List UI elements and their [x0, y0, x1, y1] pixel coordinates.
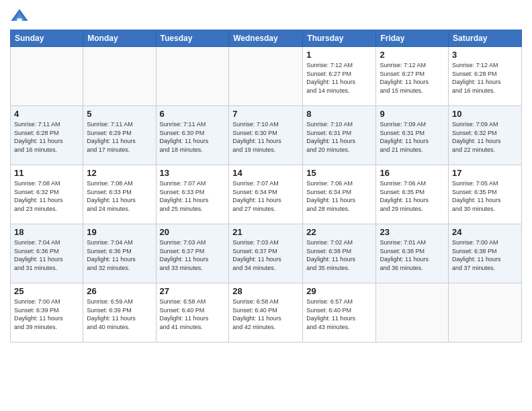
day-number: 17 — [452, 168, 518, 178]
day-number: 24 — [452, 227, 518, 237]
calendar-cell — [229, 47, 303, 106]
calendar-cell: 8Sunrise: 7:10 AM Sunset: 6:31 PM Daylig… — [303, 106, 376, 165]
day-info: Sunrise: 7:03 AM Sunset: 6:37 PM Dayligh… — [160, 238, 226, 272]
calendar-cell: 15Sunrise: 7:06 AM Sunset: 6:34 PM Dayli… — [303, 165, 376, 224]
day-info: Sunrise: 7:06 AM Sunset: 6:35 PM Dayligh… — [380, 179, 445, 213]
calendar-cell — [156, 47, 229, 106]
calendar-cell: 11Sunrise: 7:08 AM Sunset: 6:32 PM Dayli… — [11, 165, 83, 224]
calendar-cell: 20Sunrise: 7:03 AM Sunset: 6:37 PM Dayli… — [156, 224, 229, 283]
day-info: Sunrise: 7:11 AM Sunset: 6:30 PM Dayligh… — [160, 120, 226, 154]
day-number: 2 — [380, 50, 445, 60]
calendar-cell: 16Sunrise: 7:06 AM Sunset: 6:35 PM Dayli… — [376, 165, 449, 224]
day-info: Sunrise: 7:07 AM Sunset: 6:34 PM Dayligh… — [232, 179, 299, 213]
header-friday: Friday — [376, 30, 449, 47]
calendar-table: Sunday Monday Tuesday Wednesday Thursday… — [10, 30, 522, 342]
day-info: Sunrise: 7:12 AM Sunset: 6:28 PM Dayligh… — [452, 61, 518, 95]
calendar-cell — [449, 283, 522, 342]
calendar-cell: 24Sunrise: 7:00 AM Sunset: 6:38 PM Dayli… — [449, 224, 522, 283]
day-info: Sunrise: 6:58 AM Sunset: 6:40 PM Dayligh… — [160, 298, 226, 331]
day-number: 25 — [14, 286, 79, 296]
day-info: Sunrise: 7:12 AM Sunset: 6:27 PM Dayligh… — [306, 61, 372, 95]
calendar-cell: 13Sunrise: 7:07 AM Sunset: 6:33 PM Dayli… — [156, 165, 229, 224]
calendar-cell: 12Sunrise: 7:08 AM Sunset: 6:33 PM Dayli… — [83, 165, 156, 224]
calendar-cell: 5Sunrise: 7:11 AM Sunset: 6:29 PM Daylig… — [83, 106, 156, 165]
day-info: Sunrise: 7:02 AM Sunset: 6:38 PM Dayligh… — [306, 238, 372, 272]
day-info: Sunrise: 7:10 AM Sunset: 6:30 PM Dayligh… — [232, 120, 299, 154]
calendar-cell: 19Sunrise: 7:04 AM Sunset: 6:36 PM Dayli… — [83, 224, 156, 283]
day-info: Sunrise: 7:00 AM Sunset: 6:38 PM Dayligh… — [452, 238, 518, 272]
calendar-cell: 4Sunrise: 7:11 AM Sunset: 6:28 PM Daylig… — [11, 106, 83, 165]
day-number: 26 — [87, 286, 152, 296]
calendar-cell: 17Sunrise: 7:05 AM Sunset: 6:35 PM Dayli… — [449, 165, 522, 224]
day-info: Sunrise: 7:07 AM Sunset: 6:33 PM Dayligh… — [160, 179, 226, 213]
calendar-cell: 22Sunrise: 7:02 AM Sunset: 6:38 PM Dayli… — [303, 224, 376, 283]
day-number: 20 — [160, 227, 226, 237]
day-number: 14 — [232, 168, 299, 178]
day-info: Sunrise: 7:11 AM Sunset: 6:28 PM Dayligh… — [14, 120, 79, 154]
calendar-cell — [11, 47, 83, 106]
day-info: Sunrise: 6:58 AM Sunset: 6:40 PM Dayligh… — [232, 298, 299, 331]
day-number: 27 — [160, 286, 226, 296]
day-number: 8 — [306, 109, 372, 119]
header-thursday: Thursday — [303, 30, 376, 47]
day-number: 18 — [14, 227, 79, 237]
day-number: 12 — [87, 168, 152, 178]
day-info: Sunrise: 7:04 AM Sunset: 6:36 PM Dayligh… — [14, 238, 79, 272]
calendar-cell: 6Sunrise: 7:11 AM Sunset: 6:30 PM Daylig… — [156, 106, 229, 165]
day-number: 15 — [306, 168, 372, 178]
logo-icon — [10, 7, 29, 26]
day-info: Sunrise: 7:08 AM Sunset: 6:33 PM Dayligh… — [87, 179, 152, 213]
header-saturday: Saturday — [449, 30, 522, 47]
week-row-4: 18Sunrise: 7:04 AM Sunset: 6:36 PM Dayli… — [11, 224, 522, 283]
day-info: Sunrise: 7:12 AM Sunset: 6:27 PM Dayligh… — [380, 61, 445, 95]
day-info: Sunrise: 7:09 AM Sunset: 6:31 PM Dayligh… — [380, 120, 445, 154]
day-number: 4 — [14, 109, 79, 119]
logo — [10, 7, 32, 26]
calendar-cell — [376, 283, 449, 342]
header-wednesday: Wednesday — [229, 30, 303, 47]
day-info: Sunrise: 6:59 AM Sunset: 6:39 PM Dayligh… — [87, 298, 152, 331]
calendar-cell: 23Sunrise: 7:01 AM Sunset: 6:38 PM Dayli… — [376, 224, 449, 283]
calendar-cell: 3Sunrise: 7:12 AM Sunset: 6:28 PM Daylig… — [449, 47, 522, 106]
day-number: 6 — [160, 109, 226, 119]
day-info: Sunrise: 7:08 AM Sunset: 6:32 PM Dayligh… — [14, 179, 79, 213]
calendar-cell — [83, 47, 156, 106]
day-info: Sunrise: 7:11 AM Sunset: 6:29 PM Dayligh… — [87, 120, 152, 154]
day-info: Sunrise: 7:06 AM Sunset: 6:34 PM Dayligh… — [306, 179, 372, 213]
days-header-row: Sunday Monday Tuesday Wednesday Thursday… — [11, 30, 522, 47]
day-number: 29 — [306, 286, 372, 296]
week-row-1: 1Sunrise: 7:12 AM Sunset: 6:27 PM Daylig… — [11, 47, 522, 106]
day-number: 22 — [306, 227, 372, 237]
day-number: 28 — [232, 286, 299, 296]
day-number: 10 — [452, 109, 518, 119]
calendar-cell: 21Sunrise: 7:03 AM Sunset: 6:37 PM Dayli… — [229, 224, 303, 283]
calendar-cell: 14Sunrise: 7:07 AM Sunset: 6:34 PM Dayli… — [229, 165, 303, 224]
day-info: Sunrise: 6:57 AM Sunset: 6:40 PM Dayligh… — [306, 298, 372, 331]
day-info: Sunrise: 7:03 AM Sunset: 6:37 PM Dayligh… — [232, 238, 299, 272]
calendar-cell: 18Sunrise: 7:04 AM Sunset: 6:36 PM Dayli… — [11, 224, 83, 283]
day-info: Sunrise: 7:09 AM Sunset: 6:32 PM Dayligh… — [452, 120, 518, 154]
calendar-cell: 1Sunrise: 7:12 AM Sunset: 6:27 PM Daylig… — [303, 47, 376, 106]
week-row-5: 25Sunrise: 7:00 AM Sunset: 6:39 PM Dayli… — [11, 283, 522, 342]
calendar-cell: 28Sunrise: 6:58 AM Sunset: 6:40 PM Dayli… — [229, 283, 303, 342]
day-number: 23 — [380, 227, 445, 237]
day-info: Sunrise: 7:10 AM Sunset: 6:31 PM Dayligh… — [306, 120, 372, 154]
day-number: 11 — [14, 168, 79, 178]
header-sunday: Sunday — [11, 30, 83, 47]
svg-rect-3 — [17, 19, 22, 23]
header-monday: Monday — [83, 30, 156, 47]
calendar-cell: 7Sunrise: 7:10 AM Sunset: 6:30 PM Daylig… — [229, 106, 303, 165]
calendar-cell: 25Sunrise: 7:00 AM Sunset: 6:39 PM Dayli… — [11, 283, 83, 342]
calendar-cell: 29Sunrise: 6:57 AM Sunset: 6:40 PM Dayli… — [303, 283, 376, 342]
day-number: 19 — [87, 227, 152, 237]
calendar-cell: 2Sunrise: 7:12 AM Sunset: 6:27 PM Daylig… — [376, 47, 449, 106]
week-row-3: 11Sunrise: 7:08 AM Sunset: 6:32 PM Dayli… — [11, 165, 522, 224]
calendar-cell: 26Sunrise: 6:59 AM Sunset: 6:39 PM Dayli… — [83, 283, 156, 342]
day-number: 3 — [452, 50, 518, 60]
calendar-cell: 27Sunrise: 6:58 AM Sunset: 6:40 PM Dayli… — [156, 283, 229, 342]
day-info: Sunrise: 7:00 AM Sunset: 6:39 PM Dayligh… — [14, 298, 79, 331]
day-number: 1 — [306, 50, 372, 60]
week-row-2: 4Sunrise: 7:11 AM Sunset: 6:28 PM Daylig… — [11, 106, 522, 165]
day-number: 7 — [232, 109, 299, 119]
header — [10, 7, 522, 26]
